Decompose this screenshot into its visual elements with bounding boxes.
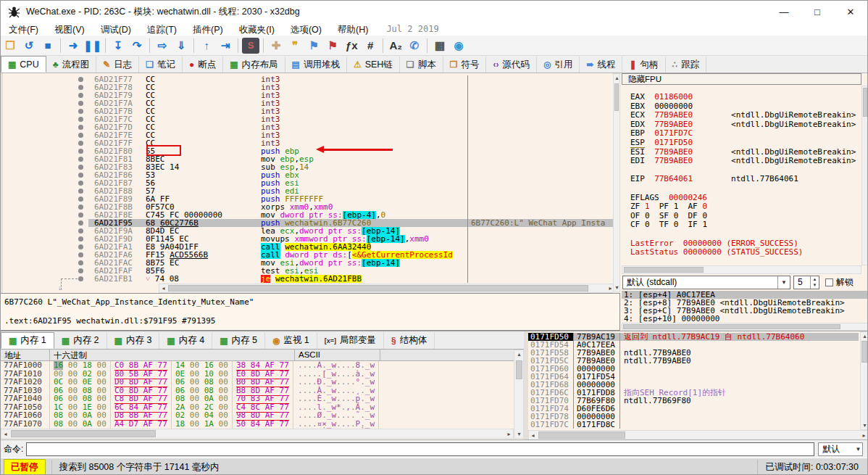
- tab-dump-1[interactable]: ▦内存 1: [1, 332, 54, 349]
- calling-convention-select[interactable]: 默认 (stdcall) ▼: [622, 276, 790, 289]
- instruction-dot-icon[interactable]: [78, 149, 83, 154]
- tab-dump-3[interactable]: ▦内存 3: [107, 332, 160, 349]
- tab-threads[interactable]: ➠线程: [580, 57, 622, 73]
- disasm-row[interactable]: 6AD21F78CCint3: [3, 83, 613, 91]
- tab-symbols[interactable]: ❒符号: [443, 57, 487, 73]
- registers-horizontal-scrollbar[interactable]: [622, 265, 861, 274]
- disasm-row[interactable]: 6AD21F7FCCint3: [3, 139, 613, 147]
- disasm-row[interactable]: 6AD21F8756push esi: [3, 179, 613, 187]
- disasm-vertical-scrollbar[interactable]: ▴ ▾: [613, 73, 620, 292]
- instruction-dot-icon[interactable]: [78, 117, 83, 122]
- disasm-row[interactable]: 6AD21F77CCint3: [3, 75, 613, 83]
- instruction-dot-icon[interactable]: [78, 109, 83, 114]
- disasm-row[interactable]: 6AD21F7ECCint3: [3, 131, 613, 139]
- disasm-row[interactable]: 6AD21F7DCCint3: [3, 123, 613, 131]
- tab-dump-5[interactable]: ▦内存 5: [212, 332, 265, 349]
- step-into-icon[interactable]: ↧: [109, 37, 127, 54]
- argument-row[interactable]: 4: [esp+10] 00000000: [622, 315, 868, 323]
- instruction-dot-icon[interactable]: [78, 197, 83, 202]
- disassembly-panel[interactable]: 6AD21F77CCint36AD21F78CCint36AD21F79CCin…: [1, 73, 613, 293]
- tab-struct[interactable]: §结构体: [384, 332, 435, 349]
- minimize-button[interactable]: —: [767, 1, 801, 22]
- instruction-dot-icon[interactable]: [78, 141, 83, 146]
- tab-script[interactable]: ❏脚本: [400, 57, 443, 73]
- comments-icon[interactable]: ❞: [286, 37, 304, 54]
- bookmarks-icon[interactable]: ⚑: [324, 37, 341, 54]
- argument-count-stepper[interactable]: 5 ▲▼: [793, 276, 819, 289]
- snowman-icon[interactable]: #: [362, 37, 379, 54]
- menu-item-o[interactable]: 选项(O): [283, 25, 330, 35]
- tab-log[interactable]: ✎日志: [96, 57, 139, 73]
- disasm-row[interactable]: 6AD21F9D0F1145 ECmovups xmmword ptr ss:[…: [3, 235, 613, 243]
- instruction-dot-icon[interactable]: [78, 165, 83, 170]
- step-out-icon[interactable]: ⇓: [172, 37, 190, 54]
- tab-call-stack[interactable]: ▤调用堆栈: [285, 57, 347, 73]
- disasm-row[interactable]: 6AD21F7CCCint3: [3, 115, 613, 123]
- tab-cpu[interactable]: ▦CPU: [1, 56, 46, 73]
- instruction-dot-icon[interactable]: [78, 173, 83, 178]
- instruction-dot-icon[interactable]: [78, 252, 83, 257]
- tab-references[interactable]: ◎引用: [537, 57, 580, 73]
- instruction-dot-icon[interactable]: [78, 85, 83, 90]
- disasm-row[interactable]: 6AD21FA1E8 9A04D1FFcall wechatwin.6AA324…: [3, 243, 613, 251]
- tab-dump-4[interactable]: ▦内存 4: [159, 332, 212, 349]
- instruction-dot-icon[interactable]: [78, 205, 83, 210]
- tab-source[interactable]: ‹›源代码: [486, 57, 537, 73]
- menu-item-v[interactable]: 视图(V): [46, 25, 93, 35]
- call-arguments-list[interactable]: 1: [esp+4] A0C17EEA2: [esp+8] 77B9ABE0 <…: [622, 291, 868, 323]
- instruction-dot-icon[interactable]: [78, 189, 83, 194]
- menu-item-i[interactable]: 收藏夹(I): [231, 25, 283, 35]
- disasm-row[interactable]: 6AD21F7ACCint3: [3, 99, 613, 107]
- disasm-row[interactable]: 6AD21F9A8D4D EClea ecx,dword ptr ss:[ebp…: [3, 227, 613, 235]
- column-address[interactable]: 地址: [1, 350, 50, 360]
- register-row[interactable]: EIP 77B64061 ntdll.77B64061: [630, 175, 861, 184]
- register-row[interactable]: LastStatus 00000000 (STATUS_SUCCESS): [630, 248, 861, 257]
- tab-watch-1[interactable]: ◉监视 1: [265, 332, 317, 349]
- pause-icon[interactable]: ❚❚: [83, 37, 101, 54]
- disasm-row[interactable]: 6AD21F8B0F57C0xorps xmm0,xmm0: [3, 203, 613, 211]
- instruction-dot-icon[interactable]: [78, 236, 83, 241]
- register-row[interactable]: EDI 77B9ABE0 <ntdll.DbgUiRemoteBreakin>: [630, 157, 861, 166]
- registers-vertical-scrollbar[interactable]: [861, 86, 868, 265]
- unlock-checkbox[interactable]: [825, 278, 833, 286]
- restart-icon[interactable]: ↺: [20, 37, 38, 54]
- disasm-row[interactable]: 6AD21F8055push ebp: [3, 147, 613, 155]
- instruction-dot-icon[interactable]: [78, 244, 83, 249]
- tab-locals[interactable]: [x=]局部变量: [317, 332, 384, 349]
- stack-row[interactable]: 0171FD7C0171FD8C: [528, 421, 859, 429]
- menu-item-f[interactable]: 文件(F): [1, 25, 46, 35]
- calculator-icon[interactable]: ▦: [431, 37, 448, 54]
- disasm-row[interactable]: 6AD21FAF85F6test esi,esi: [3, 267, 613, 275]
- instruction-dot-icon[interactable]: [78, 260, 83, 265]
- scylla-icon[interactable]: S: [242, 38, 259, 54]
- instruction-dot-icon[interactable]: [78, 77, 83, 82]
- command-input[interactable]: [26, 442, 814, 456]
- tab-notes[interactable]: ❏笔记: [139, 57, 183, 73]
- modules-icon[interactable]: ✆: [406, 37, 423, 54]
- disasm-row[interactable]: 6AD21F8653push ebx: [3, 171, 613, 179]
- disasm-row[interactable]: 6AD21F8857push edi: [3, 187, 613, 195]
- tab-breakpoints[interactable]: ●断点: [183, 57, 223, 73]
- tab-graph[interactable]: ♣流程图: [46, 57, 96, 73]
- register-row[interactable]: CF 0 TF 0 IF 1: [630, 220, 861, 230]
- run-to-user-code-icon[interactable]: ⇥: [217, 37, 234, 54]
- step-over-icon[interactable]: ↷: [128, 37, 146, 54]
- instruction-dot-icon[interactable]: [78, 157, 83, 162]
- instruction-dot-icon[interactable]: [78, 212, 83, 218]
- instruction-dot-icon[interactable]: [78, 268, 83, 273]
- disasm-row[interactable]: 6AD21F8383EC 14sub esp,14: [3, 163, 613, 171]
- strings-icon[interactable]: A₂: [387, 37, 404, 54]
- stepper-arrows-icon[interactable]: ▲▼: [810, 276, 819, 289]
- dump-horizontal-scrollbar[interactable]: ◂ ▸: [1, 429, 514, 439]
- instruction-dot-icon[interactable]: [78, 133, 83, 138]
- arguments-horizontal-scrollbar[interactable]: [622, 323, 868, 331]
- run-icon[interactable]: ➜: [64, 37, 82, 54]
- tab-trace[interactable]: ∴跟踪: [666, 57, 707, 73]
- disasm-row[interactable]: 6AD21FB1˅ 74 08je wechatwin.6AD21FBB: [3, 275, 613, 283]
- command-mode-select[interactable]: 默认 ▼: [818, 442, 863, 456]
- disasm-row[interactable]: 6AD21F79CCint3: [3, 91, 613, 99]
- maximize-button[interactable]: □: [801, 1, 834, 22]
- disasm-row[interactable]: 6AD21F7BCCint3: [3, 107, 613, 115]
- disasm-row[interactable]: 6AD21F818BECmov ebp,esp: [3, 155, 613, 163]
- column-hex[interactable]: 十六进制: [50, 350, 295, 360]
